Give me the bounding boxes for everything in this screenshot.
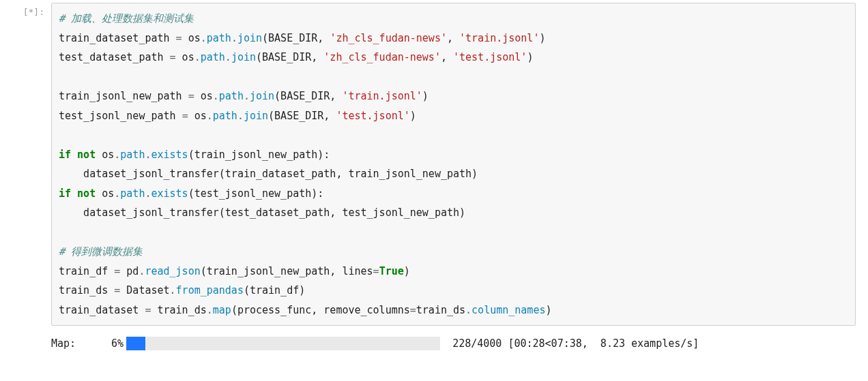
progress-stats: 228/4000 [00:28<07:38, 8.23 examples/s]: [452, 337, 699, 350]
progress-widget: Map: 6% 228/4000 [00:28<07:38, 8.23 exam…: [51, 337, 868, 350]
progress-bar: [126, 337, 440, 350]
progress-percent: 6%: [92, 337, 124, 350]
code-content[interactable]: # 加载、处理数据集和测试集 train_dataset_path = os.p…: [59, 9, 848, 320]
progress-bar-fill: [126, 337, 145, 350]
progress-label: Map:: [51, 337, 76, 350]
cell-prompt: [*]:: [0, 3, 51, 326]
cell-output: Map: 6% 228/4000 [00:28<07:38, 8.23 exam…: [0, 329, 868, 356]
code-cell: [*]: # 加载、处理数据集和测试集 train_dataset_path =…: [0, 0, 868, 329]
code-editor[interactable]: # 加载、处理数据集和测试集 train_dataset_path = os.p…: [51, 3, 856, 326]
